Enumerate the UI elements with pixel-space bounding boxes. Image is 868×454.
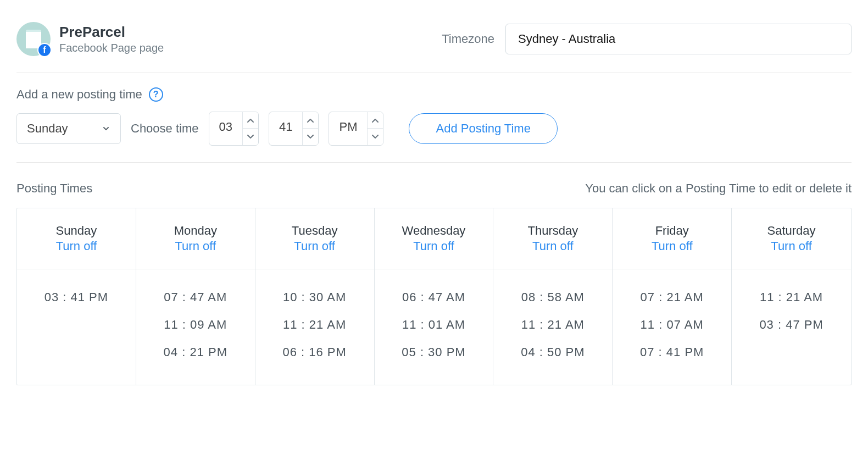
day-select[interactable]: Sunday (16, 113, 121, 144)
account-subtitle: Facebook Page page (59, 42, 164, 54)
posting-time[interactable]: 11 : 21 AM (736, 284, 847, 311)
posting-time[interactable]: 11 : 07 AM (617, 311, 727, 339)
posting-time[interactable]: 04 : 21 PM (141, 339, 251, 366)
posting-times-table: SundayTurn offMondayTurn offTuesdayTurn … (16, 208, 852, 385)
posting-time[interactable]: 11 : 21 AM (498, 311, 608, 339)
day-name: Friday (617, 224, 727, 238)
day-header: MondayTurn off (136, 208, 255, 269)
add-controls: Sunday Choose time 03 41 PM (16, 112, 852, 146)
hour-up-button[interactable] (243, 112, 258, 129)
day-column: 08 : 58 AM11 : 21 AM04 : 50 PM (493, 269, 613, 385)
help-icon[interactable]: ? (149, 87, 163, 102)
posting-time[interactable]: 06 : 16 PM (260, 339, 370, 366)
day-header: FridayTurn off (613, 208, 732, 269)
day-header: SaturdayTurn off (732, 208, 851, 269)
timezone-group: Timezone Sydney - Australia (442, 24, 852, 54)
day-toggle[interactable]: Turn off (736, 239, 847, 253)
day-header: TuesdayTurn off (255, 208, 375, 269)
hour-down-button[interactable] (243, 129, 258, 145)
posting-time[interactable]: 11 : 01 AM (379, 311, 489, 339)
day-header: WednesdayTurn off (375, 208, 494, 269)
ampm-up-button[interactable] (368, 112, 383, 129)
add-section-heading: Add a new posting time (16, 87, 142, 102)
day-column: 06 : 47 AM11 : 01 AM05 : 30 PM (375, 269, 494, 385)
day-name: Wednesday (379, 224, 489, 238)
day-name: Sunday (21, 224, 131, 238)
posting-time[interactable]: 06 : 47 AM (379, 284, 489, 311)
day-toggle[interactable]: Turn off (498, 239, 608, 253)
add-section-heading-row: Add a new posting time ? (16, 87, 852, 102)
avatar: f (16, 22, 51, 56)
day-column: 11 : 21 AM03 : 47 PM (732, 269, 851, 385)
posting-time[interactable]: 05 : 30 PM (379, 339, 489, 366)
posting-time[interactable]: 07 : 21 AM (617, 284, 727, 311)
day-select-value: Sunday (27, 121, 68, 136)
minute-up-button[interactable] (303, 112, 318, 129)
facebook-badge-icon: f (37, 43, 52, 57)
ampm-arrows (367, 112, 383, 145)
minute-arrows (302, 112, 318, 145)
day-header: ThursdayTurn off (493, 208, 613, 269)
ampm-down-button[interactable] (368, 129, 383, 145)
hour-arrows (242, 112, 258, 145)
posting-time[interactable]: 04 : 50 PM (498, 339, 608, 366)
timezone-select[interactable]: Sydney - Australia (505, 24, 852, 54)
posting-times-hint: You can click on a Posting Time to edit … (585, 181, 852, 196)
hour-stepper[interactable]: 03 (209, 112, 259, 146)
choose-time-label: Choose time (131, 121, 199, 136)
day-name: Tuesday (260, 224, 370, 238)
day-header: SundayTurn off (17, 208, 136, 269)
day-column: 07 : 21 AM11 : 07 AM07 : 41 PM (613, 269, 732, 385)
ampm-value: PM (329, 112, 367, 145)
minute-value: 41 (269, 112, 302, 145)
day-name: Saturday (736, 224, 847, 238)
add-posting-time-button[interactable]: Add Posting Time (409, 113, 557, 144)
posting-times-title: Posting Times (16, 181, 92, 196)
minute-stepper[interactable]: 41 (269, 112, 319, 146)
day-name: Monday (141, 224, 251, 238)
posting-time[interactable]: 03 : 47 PM (736, 311, 847, 339)
account-text: PreParcel Facebook Page page (59, 24, 164, 54)
day-name: Thursday (498, 224, 608, 238)
posting-times-heading-row: Posting Times You can click on a Posting… (16, 181, 852, 196)
minute-down-button[interactable] (303, 129, 318, 145)
day-toggle[interactable]: Turn off (617, 239, 727, 253)
account-block: f PreParcel Facebook Page page (16, 22, 164, 56)
day-column: 07 : 47 AM11 : 09 AM04 : 21 PM (136, 269, 255, 385)
account-name: PreParcel (59, 24, 164, 41)
day-toggle[interactable]: Turn off (379, 239, 489, 253)
day-toggle[interactable]: Turn off (21, 239, 131, 253)
day-column: 10 : 30 AM11 : 21 AM06 : 16 PM (255, 269, 375, 385)
day-toggle[interactable]: Turn off (141, 239, 251, 253)
account-header: f PreParcel Facebook Page page Timezone … (16, 22, 852, 73)
day-column: 03 : 41 PM (17, 269, 136, 385)
posting-time[interactable]: 07 : 47 AM (141, 284, 251, 311)
posting-time[interactable]: 11 : 21 AM (260, 311, 370, 339)
chevron-down-icon (102, 124, 110, 133)
timezone-label: Timezone (442, 32, 494, 46)
ampm-stepper[interactable]: PM (329, 112, 383, 146)
add-posting-time-section: Add a new posting time ? Sunday Choose t… (16, 73, 852, 163)
posting-time[interactable]: 11 : 09 AM (141, 311, 251, 339)
posting-time[interactable]: 07 : 41 PM (617, 339, 727, 366)
hour-value: 03 (209, 112, 242, 145)
posting-time[interactable]: 10 : 30 AM (260, 284, 370, 311)
posting-time[interactable]: 08 : 58 AM (498, 284, 608, 311)
day-toggle[interactable]: Turn off (260, 239, 370, 253)
posting-time[interactable]: 03 : 41 PM (21, 284, 131, 311)
